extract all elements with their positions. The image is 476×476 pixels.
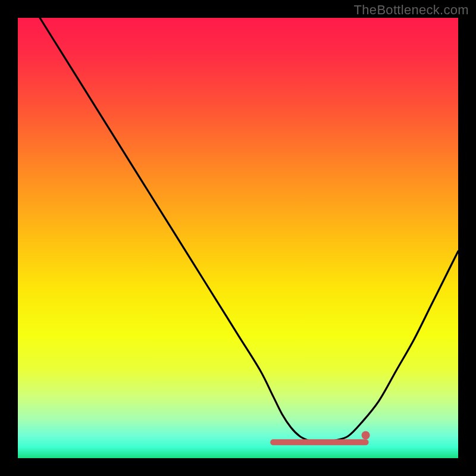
plot-area — [18, 18, 458, 458]
plot-inner — [18, 18, 458, 458]
optimal-end-marker — [362, 431, 370, 440]
chart-frame: TheBottleneck.com — [0, 0, 476, 476]
gradient-background — [18, 18, 458, 458]
watermark-text: TheBottleneck.com — [354, 2, 469, 18]
chart-svg — [18, 18, 458, 458]
